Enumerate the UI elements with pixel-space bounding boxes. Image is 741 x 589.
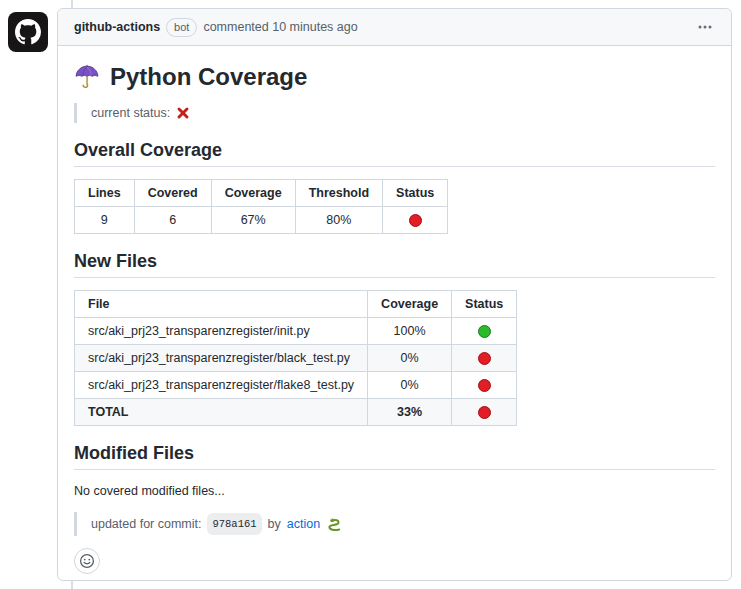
updated-commit-label: updated for commit:	[91, 515, 201, 533]
cell-coverage: 100%	[368, 318, 452, 345]
current-status-quote: current status:	[74, 103, 715, 123]
cell-coverage: 0%	[368, 345, 452, 372]
cell-status	[452, 372, 517, 399]
cell-covered: 6	[134, 207, 211, 234]
current-status-label: current status:	[91, 104, 170, 122]
status-dot	[478, 406, 491, 419]
updated-commit-quote: updated for commit: 978a161 by action	[74, 512, 715, 536]
table-header-row: Lines Covered Coverage Threshold Status	[75, 180, 448, 207]
cell-threshold: 80%	[295, 207, 382, 234]
col-covered: Covered	[134, 180, 211, 207]
status-dot	[409, 214, 422, 227]
github-octocat-icon	[15, 19, 41, 45]
cell-file: src/aki_prj23_transparenzregister/init.p…	[75, 318, 368, 345]
cell-coverage: 0%	[368, 372, 452, 399]
umbrella-icon	[74, 64, 100, 90]
col-threshold: Threshold	[295, 180, 382, 207]
timeline-line-bottom	[71, 580, 73, 589]
cell-status	[383, 207, 448, 234]
new-files-heading: New Files	[74, 250, 715, 278]
status-dot	[478, 379, 491, 392]
bot-badge: bot	[166, 18, 197, 37]
status-dot	[478, 325, 491, 338]
snake-icon	[326, 516, 342, 532]
table-row: src/aki_prj23_transparenzregister/init.p…	[75, 318, 517, 345]
cell-lines: 9	[75, 207, 135, 234]
smiley-icon	[79, 553, 95, 569]
col-coverage: Coverage	[368, 291, 452, 318]
report-title-text: Python Coverage	[110, 62, 307, 91]
commit-hash-chip: 978a161	[207, 513, 261, 535]
cell-status	[452, 399, 517, 426]
table-row-total: TOTAL 33%	[75, 399, 517, 426]
table-row: src/aki_prj23_transparenzregister/black_…	[75, 345, 517, 372]
col-coverage: Coverage	[211, 180, 295, 207]
cell-status	[452, 318, 517, 345]
avatar[interactable]	[8, 12, 48, 52]
kebab-menu-icon	[697, 19, 713, 35]
by-label: by	[268, 515, 281, 533]
cell-file: TOTAL	[75, 399, 368, 426]
col-status: Status	[452, 291, 517, 318]
kebab-menu-button[interactable]	[695, 17, 715, 37]
cell-status	[452, 345, 517, 372]
action-link[interactable]: action	[287, 515, 320, 533]
modified-files-heading: Modified Files	[74, 442, 715, 470]
no-modified-files-text: No covered modified files...	[74, 482, 715, 500]
comment-header: github-actions bot commented 10 minutes …	[58, 9, 731, 46]
comment-card: github-actions bot commented 10 minutes …	[57, 8, 732, 581]
overall-coverage-heading: Overall Coverage	[74, 139, 715, 167]
comment-author[interactable]: github-actions	[74, 20, 160, 34]
col-status: Status	[383, 180, 448, 207]
status-dot	[478, 352, 491, 365]
col-lines: Lines	[75, 180, 135, 207]
cell-coverage: 67%	[211, 207, 295, 234]
cell-file: src/aki_prj23_transparenzregister/flake8…	[75, 372, 368, 399]
cell-coverage: 33%	[368, 399, 452, 426]
table-header-row: File Coverage Status	[75, 291, 517, 318]
add-reaction-button[interactable]	[74, 548, 100, 574]
report-title: Python Coverage	[74, 62, 715, 91]
table-row: 9 6 67% 80%	[75, 207, 448, 234]
table-row: src/aki_prj23_transparenzregister/flake8…	[75, 372, 517, 399]
cross-mark-icon	[176, 106, 190, 120]
comment-timestamp[interactable]: commented 10 minutes ago	[203, 20, 357, 34]
col-file: File	[75, 291, 368, 318]
overall-coverage-table: Lines Covered Coverage Threshold Status …	[74, 179, 448, 234]
cell-file: src/aki_prj23_transparenzregister/black_…	[75, 345, 368, 372]
new-files-table: File Coverage Status src/aki_prj23_trans…	[74, 290, 517, 426]
comment-body: Python Coverage current status: Overall …	[58, 46, 731, 581]
